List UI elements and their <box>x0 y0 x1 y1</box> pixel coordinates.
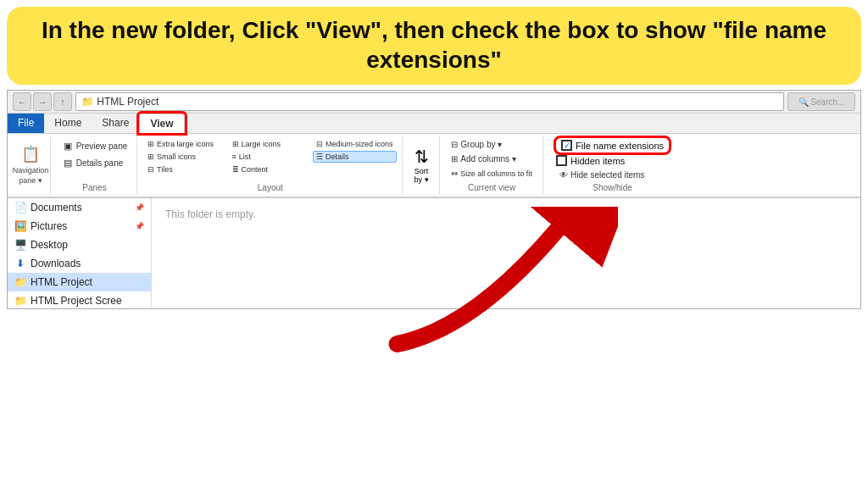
current-view-section: ⊟ Group by ▾ ⊞ Add columns ▾ ⇔ Size all … <box>442 136 543 194</box>
large-icons-icon: ⊞ <box>232 140 239 148</box>
sort-icon: ⇅ <box>415 147 429 167</box>
html-project-label: HTML Project <box>31 276 144 288</box>
size-columns-icon: ⇔ <box>451 169 458 178</box>
pictures-icon: 🖼️ <box>14 220 26 232</box>
tab-view[interactable]: View <box>139 114 184 133</box>
content-icon: ≣ <box>232 165 239 174</box>
panes-section: ▣ Preview pane ▤ Details pane Panes <box>53 136 137 194</box>
path-text: HTML Project <box>97 96 159 108</box>
hide-selected-icon: 👁 <box>559 170 568 180</box>
details-button[interactable]: ☰ Details <box>313 151 397 163</box>
list-label: List <box>239 152 251 161</box>
sort-section: ⇅ Sortby ▾ <box>404 136 440 194</box>
title-bar: ← → ↑ 📁 HTML Project 🔍 Search... <box>8 91 860 114</box>
instruction-arrow <box>321 207 618 359</box>
extra-large-icons-label: Extra large icons <box>157 140 214 148</box>
medium-icons-button[interactable]: ⊟ Medium-sized icons <box>313 138 397 150</box>
hidden-items-checkbox[interactable]: ✓ <box>556 155 567 166</box>
path-icon: 📁 <box>81 96 94 108</box>
desktop-icon: 🖥️ <box>14 239 26 251</box>
sidebar-item-desktop[interactable]: 🖥️ Desktop <box>8 236 151 254</box>
tiles-button[interactable]: ⊟ Tiles <box>144 164 228 175</box>
content-label: Content <box>242 165 269 174</box>
downloads-icon: ⬇ <box>14 258 26 269</box>
show-hide-label: Show/hide <box>593 183 632 192</box>
medium-icons-icon: ⊟ <box>316 140 323 148</box>
address-bar[interactable]: 📁 HTML Project <box>75 92 784 111</box>
details-pane-icon: ▤ <box>62 157 74 169</box>
tab-file[interactable]: File <box>8 114 44 133</box>
instruction-banner: In the new folder, Click "View", then ch… <box>7 7 861 85</box>
nav-pane-button[interactable]: 📋 Navigation pane ▾ <box>14 138 47 192</box>
banner-text: In the new folder, Click "View", then ch… <box>24 15 844 75</box>
extra-large-icons-icon: ⊞ <box>147 140 154 148</box>
hidden-items-label: Hidden items <box>570 156 625 166</box>
html-project-scree-label: HTML Project Scree <box>31 295 144 307</box>
size-columns-label: Size all columns to fit <box>460 169 532 178</box>
ribbon-content: 📋 Navigation pane ▾ ▣ Preview pane ▤ Det… <box>8 134 860 198</box>
group-by-button[interactable]: ⊟ Group by ▾ <box>448 138 536 151</box>
list-icon: ≡ <box>232 152 236 161</box>
sidebar-item-html-project-scree[interactable]: 📁 HTML Project Scree <box>8 291 151 308</box>
current-view-items: ⊟ Group by ▾ ⊞ Add columns ▾ ⇔ Size all … <box>448 138 536 181</box>
list-button[interactable]: ≡ List <box>229 151 313 163</box>
file-extensions-label: File name extensions <box>576 141 664 151</box>
html-project-icon: 📁 <box>14 276 26 288</box>
sort-by-button[interactable]: ⇅ Sortby ▾ <box>415 138 429 192</box>
html-project-scree-icon: 📁 <box>14 295 26 307</box>
tab-share[interactable]: Share <box>92 114 139 133</box>
documents-pin: 📌 <box>135 203 144 212</box>
content-area: This folder is empty. <box>152 198 860 308</box>
file-extensions-highlight: ✓ File name extensions <box>556 138 669 152</box>
hidden-items-row: ✓ Hidden items <box>556 155 669 166</box>
layout-section: ⊞ Extra large icons ⊞ Large icons ⊟ Medi… <box>139 136 403 194</box>
panes-buttons: ▣ Preview pane ▤ Details pane <box>58 138 131 170</box>
small-icons-label: Small icons <box>157 152 196 161</box>
content-button[interactable]: ≣ Content <box>229 164 313 175</box>
documents-label: Documents <box>31 202 131 214</box>
preview-pane-label: Preview pane <box>76 141 128 151</box>
preview-pane-button[interactable]: ▣ Preview pane <box>58 138 131 153</box>
tab-home[interactable]: Home <box>44 114 92 133</box>
documents-icon: 📄 <box>14 202 26 214</box>
sidebar: 📄 Documents 📌 🖼️ Pictures 📌 🖥️ Desktop ⬇… <box>8 198 152 308</box>
details-icon: ☰ <box>316 152 323 161</box>
hide-selected-label: Hide selected items <box>570 170 644 180</box>
panes-section-label: Panes <box>82 183 106 192</box>
large-icons-label: Large icons <box>242 140 281 148</box>
layout-grid: ⊞ Extra large icons ⊞ Large icons ⊟ Medi… <box>144 138 397 175</box>
hide-selected-button[interactable]: 👁 Hide selected items <box>556 169 669 181</box>
search-box[interactable]: 🔍 Search... <box>787 92 855 111</box>
back-button[interactable]: ← <box>13 92 31 111</box>
add-columns-button[interactable]: ⊞ Add columns ▾ <box>448 152 536 165</box>
group-by-icon: ⊟ <box>451 140 458 149</box>
ribbon-tabs: File Home Share View <box>8 114 860 134</box>
panes-list: ▣ Preview pane ▤ Details pane <box>58 138 131 170</box>
nav-pane-section: 📋 Navigation pane ▾ <box>11 136 51 194</box>
details-label: Details <box>326 152 349 161</box>
add-columns-label: Add columns ▾ <box>460 154 516 164</box>
pictures-label: Pictures <box>31 220 131 232</box>
details-pane-button[interactable]: ▤ Details pane <box>58 155 131 170</box>
pictures-pin: 📌 <box>135 222 144 230</box>
layout-section-label: Layout <box>258 183 283 192</box>
file-extensions-row: ✓ File name extensions <box>561 140 664 151</box>
large-icons-button[interactable]: ⊞ Large icons <box>229 138 313 150</box>
desktop-label: Desktop <box>31 239 144 251</box>
small-icons-icon: ⊞ <box>147 152 154 161</box>
show-hide-items: ✓ File name extensions ✓ Hidden items 👁 … <box>556 138 669 181</box>
sidebar-item-pictures[interactable]: 🖼️ Pictures 📌 <box>8 217 151 236</box>
size-columns-button[interactable]: ⇔ Size all columns to fit <box>448 167 536 180</box>
file-extensions-checkbox[interactable]: ✓ <box>561 140 572 151</box>
extra-large-icons-button[interactable]: ⊞ Extra large icons <box>144 138 228 150</box>
sidebar-item-downloads[interactable]: ⬇ Downloads <box>8 254 151 273</box>
details-pane-label: Details pane <box>76 158 124 168</box>
sidebar-item-html-project[interactable]: 📁 HTML Project <box>8 273 151 291</box>
current-view-label: Current view <box>468 183 515 192</box>
sidebar-item-documents[interactable]: 📄 Documents 📌 <box>8 198 151 217</box>
add-columns-icon: ⊞ <box>451 154 458 164</box>
forward-button[interactable]: → <box>33 92 52 111</box>
small-icons-button[interactable]: ⊞ Small icons <box>144 151 228 163</box>
up-button[interactable]: ↑ <box>53 92 72 111</box>
sort-by-label: Sortby ▾ <box>415 167 429 184</box>
